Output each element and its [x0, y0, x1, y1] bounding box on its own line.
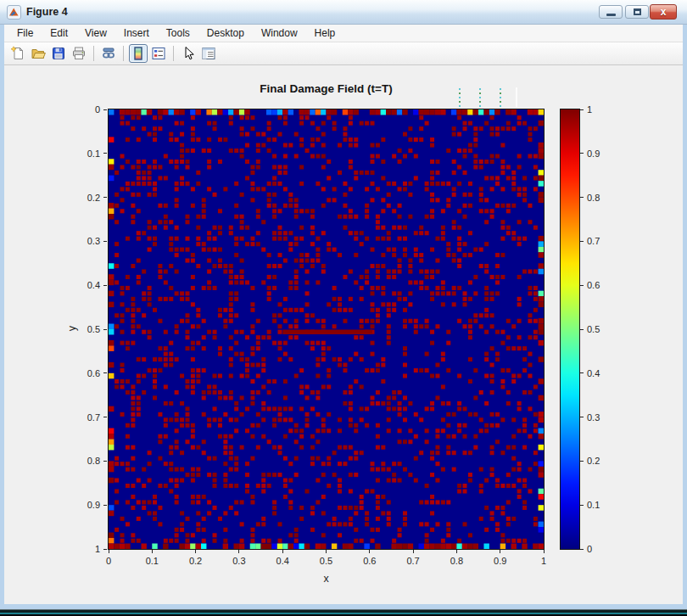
colorbar-tick-mark: [580, 372, 584, 373]
toolbar-separator: [93, 46, 94, 61]
titlebar[interactable]: Figure 4 x: [0, 0, 687, 25]
y-tick-mark: [103, 461, 107, 462]
edit-plot-button[interactable]: [179, 44, 198, 63]
x-tick-label: 0.1: [135, 556, 169, 566]
x-tick-mark: [326, 550, 327, 553]
y-tick-label: 0.7: [73, 412, 100, 423]
menu-item-view[interactable]: View: [76, 25, 115, 41]
open-file-icon: [31, 46, 46, 61]
y-tick-mark: [103, 329, 107, 330]
x-tick-mark: [544, 550, 545, 553]
colorbar-tick-label: 0.1: [587, 500, 612, 510]
save-figure-icon: [51, 46, 66, 61]
open-file-button[interactable]: [29, 44, 47, 63]
toolbar: [4, 42, 683, 65]
new-figure-button[interactable]: [8, 44, 27, 63]
colorbar-tick-label: 0.5: [587, 324, 612, 334]
restore-button[interactable]: [625, 5, 649, 19]
window-body: FileEditViewInsertToolsDesktopWindowHelp…: [0, 25, 687, 604]
render-artifact-dash: [500, 88, 501, 108]
x-tick-label: 0.3: [222, 556, 256, 566]
x-tick-label: 1: [527, 556, 561, 566]
render-artifact-line: [516, 87, 517, 107]
colorbar-tick-label: 0.2: [587, 456, 612, 466]
y-tick-label: 0.3: [73, 236, 100, 246]
x-tick-mark: [456, 550, 457, 553]
restore-icon: [634, 8, 641, 15]
x-tick-mark: [500, 550, 500, 553]
colorbar-tick-mark: [580, 329, 584, 330]
x-tick-label: 0: [92, 556, 126, 566]
x-tick-label: 0.6: [353, 556, 387, 566]
colorbar-tick-label: 1: [587, 104, 612, 115]
menu-item-edit[interactable]: Edit: [42, 25, 76, 41]
open-property-editor-icon: [201, 46, 216, 61]
x-tick-mark: [282, 550, 283, 553]
x-tick-mark: [195, 550, 196, 553]
menu-item-file[interactable]: File: [8, 25, 42, 41]
link-plot-icon: [101, 46, 116, 61]
colorbar-tick-label: 0.3: [587, 412, 612, 423]
open-property-editor-button[interactable]: [199, 44, 218, 63]
x-tick-label: 0.5: [310, 556, 344, 566]
colorbar-tick-mark: [580, 109, 584, 110]
insert-colorbar-button[interactable]: [129, 44, 148, 63]
heatmap-axes: [108, 109, 545, 550]
x-tick-label: 0.8: [439, 556, 473, 566]
print-figure-icon: [71, 46, 87, 61]
x-tick-mark: [369, 550, 370, 553]
y-tick-mark: [103, 241, 107, 242]
colorbar-gradient: [561, 109, 579, 549]
y-tick-label: 0.1: [73, 148, 100, 159]
x-tick-label: 0.4: [265, 556, 299, 566]
y-tick-label: 0.9: [73, 500, 100, 510]
colorbar-tick-mark: [580, 241, 584, 242]
colorbar-tick-mark: [580, 285, 584, 286]
y-tick-mark: [103, 549, 107, 550]
colorbar: [560, 109, 580, 550]
x-tick-mark: [413, 550, 414, 553]
link-plot-button[interactable]: [99, 44, 118, 63]
window-title: Figure 4: [26, 6, 68, 18]
close-button[interactable]: x: [650, 4, 677, 20]
render-artifact-dash: [479, 88, 481, 108]
y-tick-label: 0.4: [73, 280, 100, 290]
colorbar-tick-label: 0.4: [587, 368, 612, 378]
toolbar-separator: [123, 46, 124, 61]
menu-item-help[interactable]: Help: [306, 25, 344, 41]
toolbar-separator: [173, 46, 174, 61]
colorbar-tick-label: 0.8: [587, 193, 612, 203]
y-axis-label: y: [66, 322, 78, 335]
y-tick-mark: [103, 109, 107, 110]
x-tick-label: 0.9: [483, 556, 517, 566]
menubar: FileEditViewInsertToolsDesktopWindowHelp: [4, 25, 683, 42]
y-tick-mark: [103, 417, 107, 417]
colorbar-tick-mark: [580, 417, 584, 417]
x-tick-label: 0.7: [396, 556, 430, 566]
edit-plot-icon: [181, 46, 196, 61]
new-figure-icon: [10, 46, 25, 61]
colorbar-tick-mark: [580, 153, 584, 154]
minimize-button[interactable]: [599, 5, 623, 19]
colorbar-tick-label: 0.9: [587, 148, 612, 159]
y-tick-mark: [103, 372, 107, 373]
y-tick-label: 0.8: [73, 456, 100, 466]
desktop-edge: [0, 609, 687, 616]
menu-item-window[interactable]: Window: [253, 25, 306, 41]
menu-item-tools[interactable]: Tools: [158, 25, 198, 41]
y-tick-label: 0: [73, 104, 100, 115]
y-tick-mark: [103, 285, 107, 286]
x-tick-mark: [152, 550, 153, 553]
print-figure-button[interactable]: [70, 44, 88, 63]
matlab-figure-icon: [7, 5, 21, 20]
colorbar-tick-mark: [580, 461, 584, 462]
figure-canvas: Final Damage Field (t=T) 00.10.20.30.40.…: [4, 65, 683, 604]
save-figure-button[interactable]: [49, 44, 68, 63]
menu-item-insert[interactable]: Insert: [115, 25, 158, 41]
y-tick-label: 0.6: [73, 368, 100, 378]
colorbar-tick-mark: [580, 197, 584, 198]
y-tick-label: 1: [73, 544, 100, 554]
menu-item-desktop[interactable]: Desktop: [198, 25, 253, 41]
insert-legend-button[interactable]: [149, 44, 168, 63]
insert-colorbar-icon: [131, 46, 146, 61]
